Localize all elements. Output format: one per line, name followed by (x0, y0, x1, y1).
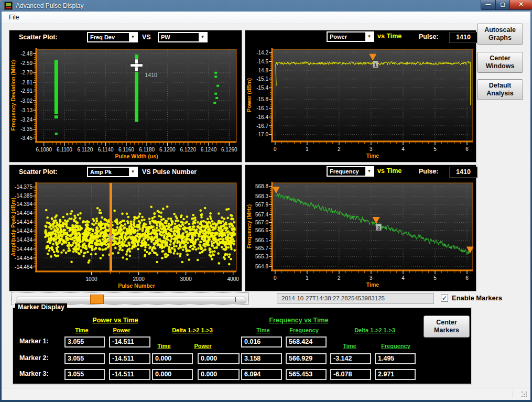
svg-text:1: 1 (374, 62, 377, 68)
svg-text:-14.444: -14.444 (15, 246, 32, 252)
chevron-down-icon: ▼ (129, 168, 137, 176)
svg-text:-14.464: -14.464 (15, 264, 32, 270)
svg-text:3000: 3000 (180, 276, 192, 282)
app-window: Advanced Pulse Display — ▢ ✕ File Scatte… (0, 0, 532, 402)
power-power-col-header: Power (108, 327, 135, 333)
pulse-label: Pulse: (419, 33, 439, 40)
svg-text:Time: Time (366, 281, 379, 288)
client-area: File Scatter Plot: Freq Dev ▼ VS PW ▼ -2… (2, 12, 530, 399)
slider-thumb[interactable] (90, 295, 104, 304)
frequency-vs-time-header: Frequency vs Time (267, 317, 330, 324)
check-icon: ✓ (442, 295, 447, 302)
chevron-down-icon: ▼ (365, 167, 373, 176)
panel-header: Scatter Plot: Freq Dev ▼ VS PW ▼ (9, 30, 242, 45)
resize-grip-icon[interactable] (522, 392, 528, 398)
panel-power-vs-time: Power ▼ vs Time Pulse: 1410 -14.2-14.5-1… (245, 30, 476, 162)
pulse-value-box: 1410 (449, 32, 477, 43)
svg-text:1: 1 (306, 275, 309, 281)
svg-text:-14.404: -14.404 (15, 210, 32, 216)
menu-file[interactable]: File (5, 13, 23, 21)
svg-text:-15.1: -15.1 (256, 76, 268, 82)
svg-text:5: 5 (433, 275, 437, 281)
marker-value-box: 0.000 (198, 353, 240, 364)
marker-value-box: -14.511 (109, 336, 150, 347)
svg-text:Frequency (MHz): Frequency (MHz) (246, 204, 252, 249)
power-time-col-header: Time (69, 327, 95, 333)
frequency-vs-time-plot[interactable]: 568.8568.3567.9567.4567.0566.6566.1565.7… (245, 179, 476, 291)
svg-text:-14.2: -14.2 (256, 50, 268, 56)
close-icon: ✕ (518, 1, 523, 7)
marker-display-group: Marker Display Power vs Time Time Power … (12, 307, 472, 385)
svg-text:-14.8: -14.8 (256, 68, 268, 73)
svg-text:-14.424: -14.424 (15, 228, 32, 234)
marker-value-box: 565.453 (286, 369, 327, 380)
default-analysis-button[interactable]: Default Analysis (477, 79, 523, 100)
pw-dropdown[interactable]: PW ▼ (158, 32, 208, 42)
chevron-down-icon: ▼ (365, 32, 373, 41)
freq-delta-frequency-subheader: Frequency (377, 343, 414, 349)
svg-text:-14.454: -14.454 (15, 255, 32, 261)
svg-text:-2.48: -2.48 (20, 51, 32, 57)
svg-text:1410: 1410 (145, 72, 158, 78)
center-markers-button[interactable]: Center Markers (424, 316, 470, 338)
svg-text:5: 5 (433, 146, 437, 152)
center-windows-button[interactable]: Center Windows (477, 52, 523, 73)
panel-header: Scatter Plot: Amp Pk ▼ VS Pulse Number (9, 165, 242, 180)
svg-text:-14.414: -14.414 (15, 219, 32, 225)
svg-text:6.1220: 6.1220 (180, 147, 196, 153)
svg-text:4000: 4000 (227, 276, 240, 282)
svg-text:-2.91: -2.91 (20, 88, 32, 94)
freq-dev-dropdown[interactable]: Freq Dev ▼ (87, 32, 138, 42)
svg-text:-14.385: -14.385 (15, 193, 32, 199)
minimize-button[interactable]: — (481, 0, 496, 10)
pulse-label: Pulse: (419, 168, 439, 175)
svg-text:0: 0 (274, 275, 277, 281)
slider-red-tick (235, 297, 236, 302)
svg-text:4: 4 (401, 146, 405, 152)
titlebar[interactable]: Advanced Pulse Display — ▢ ✕ (0, 0, 532, 12)
power-delta-header: Delta 1->2 1->3 (161, 327, 224, 333)
statusbar-separator (513, 390, 513, 398)
amp-pk-dropdown[interactable]: Amp Pk ▼ (87, 167, 138, 177)
svg-text:3: 3 (370, 275, 373, 281)
autoscale-graphs-button[interactable]: Autoscale Graphs (477, 24, 523, 45)
amp-pk-vs-pulse-plot[interactable]: -14.375-14.385-14.394-14.404-14.414-14.4… (9, 180, 242, 291)
svg-text:-16.1: -16.1 (256, 105, 268, 111)
power-dropdown[interactable]: Power ▼ (327, 31, 374, 42)
close-button[interactable]: ✕ (509, 0, 532, 10)
svg-text:568.8: 568.8 (255, 183, 268, 189)
svg-text:Power (dBm): Power (dBm) (246, 78, 252, 112)
svg-text:-2.59: -2.59 (20, 60, 32, 66)
svg-text:Pulse Number: Pulse Number (118, 283, 155, 289)
dropdown-value: Power (328, 32, 365, 41)
svg-text:-16.4: -16.4 (256, 114, 268, 120)
svg-text:-14.375: -14.375 (15, 184, 32, 190)
marker-value-box: 1.495 (375, 353, 416, 364)
frequency-dropdown[interactable]: Frequency ▼ (327, 166, 374, 177)
freq-dev-vs-pw-plot[interactable]: -2.48-2.59-2.70-2.81-2.91-3.02-3.13-3.24… (9, 45, 242, 162)
svg-text:-3.45: -3.45 (20, 135, 32, 141)
marker-value-box: 3.055 (64, 369, 105, 380)
svg-text:6.1080: 6.1080 (36, 147, 52, 153)
svg-text:6: 6 (465, 146, 469, 152)
slider-track[interactable] (16, 297, 246, 303)
marker-value-box: 3.055 (64, 336, 105, 347)
svg-text:6.1100: 6.1100 (57, 147, 72, 153)
svg-text:-15.4: -15.4 (256, 85, 268, 91)
panel-freq-dev-vs-pw: Scatter Plot: Freq Dev ▼ VS PW ▼ -2.48-2… (9, 30, 242, 162)
marker-value-box: 3.055 (64, 353, 105, 364)
power-vs-time-plot[interactable]: -14.2-14.5-14.8-15.1-15.4-15.8-16.1-16.4… (245, 44, 476, 162)
enable-markers-checkbox[interactable]: ✓ (441, 295, 448, 302)
maximize-button[interactable]: ▢ (495, 0, 510, 10)
power-delta-time-subheader: Time (151, 343, 177, 349)
svg-text:1: 1 (306, 146, 309, 152)
svg-text:6.1160: 6.1160 (118, 147, 134, 153)
svg-text:2: 2 (338, 275, 341, 281)
svg-text:-15.8: -15.8 (256, 96, 268, 102)
svg-text:6.1180: 6.1180 (139, 147, 155, 153)
svg-text:-3.24: -3.24 (20, 117, 32, 123)
marker-row-label: Marker 2: (19, 354, 49, 362)
marker-value-box: -14.511 (109, 353, 150, 364)
panel-amp-pk-vs-pulse: Scatter Plot: Amp Pk ▼ VS Pulse Number -… (9, 165, 242, 291)
scatter-plot-label: Scatter Plot: (19, 168, 58, 176)
